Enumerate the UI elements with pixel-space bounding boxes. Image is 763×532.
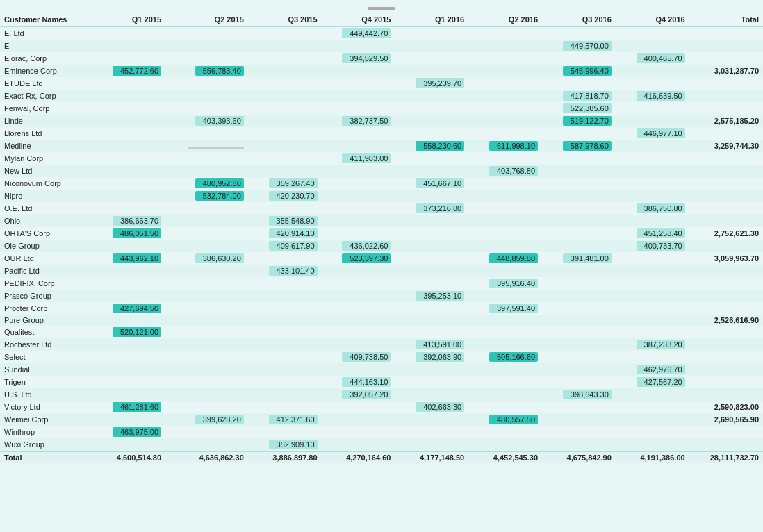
cell-q1_2015: 463,975.00 [92, 426, 165, 438]
total-cell [689, 426, 763, 438]
total-cell: 2,590,823.00 [689, 401, 763, 413]
cell-q4_2016 [616, 190, 689, 202]
cell-q1_2015: 520,121.00 [92, 326, 165, 338]
cell-q2_2015 [165, 302, 248, 315]
cell-q1_2016 [395, 240, 468, 252]
cell-q2_2015 [165, 338, 248, 351]
cell-q1_2015 [92, 77, 165, 90]
cell-q1_2016 [395, 376, 468, 388]
cell-q2_2016 [468, 363, 542, 376]
cell-q3_2015 [248, 252, 322, 265]
table-row: Niconovum Corp480,952.80359,267.40451,66… [0, 177, 763, 190]
cell-q2_2015 [165, 351, 248, 363]
cell-q3_2016: 391,481.00 [542, 252, 616, 265]
cell-q2_2016 [468, 338, 542, 351]
customer-name-cell: Pacific Ltd [0, 265, 92, 277]
cell-q3_2016: 398,643.30 [542, 388, 616, 401]
total-cell: 2,690,565.90 [689, 413, 763, 426]
cell-q2_2015 [165, 77, 248, 90]
cell-q4_2016 [616, 265, 689, 277]
cell-q1_2015 [92, 140, 165, 152]
cell-q1_2016 [395, 215, 468, 227]
cell-q3_2015 [248, 102, 322, 115]
cell-q3_2016 [542, 227, 616, 240]
cell-q1_2016 [395, 65, 468, 77]
cell-q1_2015: 461,281.60 [92, 401, 165, 413]
table-row: Qualitest520,121.00 [0, 326, 763, 338]
col-total: Total [689, 14, 763, 27]
cell-q4_2016: 462,976.70 [616, 363, 689, 376]
total-cell [689, 190, 763, 202]
cell-q3_2016 [542, 438, 616, 451]
cell-q2_2015 [165, 401, 248, 413]
cell-q2_2015 [165, 277, 248, 290]
cell-q4_2015 [322, 77, 395, 90]
cell-q2_2016: 448,859.80 [468, 252, 542, 265]
customer-name-cell: Elorac, Corp [0, 52, 92, 65]
cell-q1_2016: 413,591.00 [395, 338, 468, 351]
cell-q4_2015: 436,022.60 [322, 240, 395, 252]
total-cell [689, 290, 763, 302]
cell-q1_2015 [92, 438, 165, 451]
col-q3-2016: Q3 2016 [542, 14, 616, 27]
cell-q4_2016 [616, 27, 689, 40]
cell-q1_2016 [395, 413, 468, 426]
cell-q3_2015 [248, 326, 322, 338]
cell-q4_2015 [322, 277, 395, 290]
cell-q1_2016 [395, 277, 468, 290]
cell-q4_2016 [616, 401, 689, 413]
cell-q2_2015 [165, 27, 248, 40]
cell-q3_2016 [542, 302, 616, 315]
cell-q3_2015: 420,230.70 [248, 190, 322, 202]
cell-q4_2015: 449,442.70 [322, 27, 395, 40]
cell-q1_2015 [92, 376, 165, 388]
table-row: New Ltd403,768.80 [0, 165, 763, 177]
cell-q4_2015: 409,738.50 [322, 351, 395, 363]
total-cell [689, 40, 763, 52]
footer-q4-2016: 4,191,386.00 [616, 451, 689, 463]
cell-q3_2015: 352,909.10 [248, 438, 322, 451]
cell-q1_2016: 451,667.10 [395, 177, 468, 190]
footer-q3-2016: 4,675,842.90 [542, 451, 616, 463]
customer-name-cell: Ei [0, 40, 92, 52]
cell-q4_2016 [616, 388, 689, 401]
cell-q1_2016 [395, 115, 468, 127]
table-row: Linde403,393.60382,737.50519,122.702,575… [0, 115, 763, 127]
cell-q2_2015 [165, 426, 248, 438]
cell-q1_2015 [92, 240, 165, 252]
cell-q1_2016 [395, 426, 468, 438]
cell-q3_2015 [248, 52, 322, 65]
cell-q4_2015: 411,983.00 [322, 152, 395, 165]
cell-q3_2016 [542, 338, 616, 351]
total-cell: 2,752,621.30 [689, 227, 763, 240]
col-q1-2016: Q1 2016 [395, 14, 468, 27]
cell-q1_2015 [92, 190, 165, 202]
cell-q4_2016 [616, 102, 689, 115]
cell-q3_2015 [248, 401, 322, 413]
total-cell: 2,526,616.90 [689, 315, 763, 326]
cell-q3_2016 [542, 190, 616, 202]
cell-q1_2015: 452,772.60 [92, 65, 165, 77]
cell-q3_2016 [542, 52, 616, 65]
cell-q1_2016 [395, 152, 468, 165]
col-q4-2015: Q4 2015 [322, 14, 395, 27]
scroll-handle[interactable] [368, 7, 395, 10]
cell-q1_2015 [92, 115, 165, 127]
cell-q2_2016: 403,768.80 [468, 165, 542, 177]
table-row: Sundial462,976.70 [0, 363, 763, 376]
cell-q1_2016 [395, 127, 468, 140]
total-cell [689, 177, 763, 190]
cell-q4_2016: 400,733.70 [616, 240, 689, 252]
cell-q3_2016 [542, 77, 616, 90]
cell-q2_2016: 397,591.40 [468, 302, 542, 315]
customer-name-cell: Procter Corp [0, 302, 92, 315]
customer-name-cell: Pure Group [0, 315, 92, 326]
total-cell [689, 127, 763, 140]
cell-q1_2016 [395, 388, 468, 401]
cell-q3_2015: 412,371.60 [248, 413, 322, 426]
table-row: U.S. Ltd392,057.20398,643.30 [0, 388, 763, 401]
footer-q1-2015: 4,600,514.80 [92, 451, 165, 463]
cell-q2_2016 [468, 40, 542, 52]
cell-q2_2016 [468, 152, 542, 165]
table-row: Llorens Ltd446,977.10 [0, 127, 763, 140]
